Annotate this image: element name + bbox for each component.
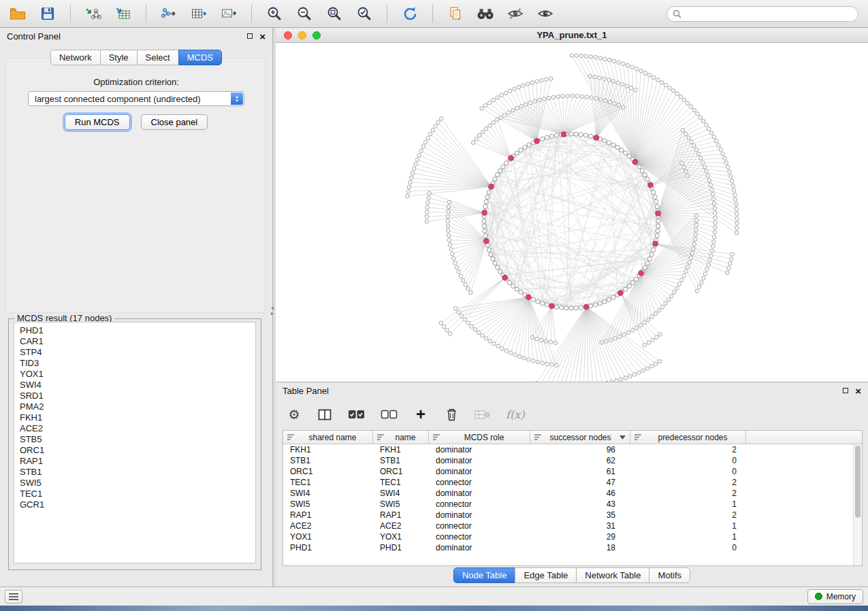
mcds-result-item[interactable]: RAP1 [20, 456, 255, 467]
float-panel-icon[interactable] [247, 33, 253, 39]
cell-successor-nodes: 31 [530, 521, 630, 531]
network-window-title: YPA_prune.txt_1 [276, 28, 868, 43]
mcds-result-item[interactable]: GCR1 [20, 499, 255, 510]
column-sort-icon [534, 434, 541, 440]
table-row[interactable]: ORC1ORC1dominator610 [283, 466, 862, 477]
save-button[interactable] [37, 3, 59, 24]
mcds-result-item[interactable]: FKH1 [20, 412, 255, 423]
task-history-button[interactable] [5, 590, 22, 604]
table-row[interactable]: FKH1FKH1dominator962 [283, 444, 862, 455]
column-header-successor-nodes[interactable]: successor nodes [530, 431, 630, 444]
splitter-collapse-icons[interactable]: ◂▸ [271, 306, 274, 316]
import-network-button[interactable] [82, 3, 104, 24]
column-header-shared-name[interactable]: shared name [283, 431, 373, 444]
mcds-result-item[interactable]: STB1 [20, 467, 255, 478]
close-panel-button[interactable]: Close panel [141, 114, 208, 130]
deselect-all-button[interactable] [381, 410, 398, 419]
column-header-predecessor-nodes[interactable]: predecessor nodes [630, 431, 746, 444]
tab-network[interactable]: Network [50, 50, 101, 65]
search-field[interactable] [666, 6, 858, 22]
table-row[interactable]: YOX1YOX1connector291 [283, 531, 862, 542]
mcds-result-item[interactable]: TEC1 [20, 489, 255, 499]
column-sort-icon [377, 434, 384, 440]
settings-gear-button[interactable]: ⚙ [287, 408, 302, 421]
tab-mcds[interactable]: MCDS [178, 50, 222, 65]
clone-document-button[interactable] [445, 3, 466, 24]
table-row[interactable]: PHD1PHD1dominator180 [283, 542, 862, 553]
delete-row-button[interactable] [444, 408, 459, 421]
tab-select[interactable]: Select [137, 50, 179, 65]
mcds-result-item[interactable]: SRD1 [20, 391, 255, 401]
table-row[interactable]: ACE2ACE2connector311 [283, 521, 862, 531]
search-input[interactable] [685, 9, 852, 18]
table-row[interactable]: SWI5SWI5connector431 [283, 499, 862, 510]
export-network-button[interactable] [158, 3, 180, 24]
window-close-icon[interactable] [284, 31, 292, 39]
mcds-result-item[interactable]: PHD1 [20, 325, 255, 336]
close-table-panel-icon[interactable]: × [855, 386, 861, 396]
zoom-in-button[interactable] [263, 3, 285, 24]
cell-shared-name: YOX1 [283, 531, 373, 542]
optimization-criterion-label: Optimization criterion: [0, 77, 272, 87]
search-binoculars-button[interactable] [475, 3, 496, 24]
mcds-result-item[interactable]: TID3 [20, 358, 255, 369]
table-scrollbar[interactable] [853, 444, 862, 565]
memory-label: Memory [826, 592, 856, 601]
zoom-in-icon [267, 6, 282, 21]
table-row[interactable]: TEC1TEC1connector472 [283, 477, 862, 488]
table-tab-network-table[interactable]: Network Table [576, 567, 649, 583]
cell-predecessor-nodes: 2 [630, 444, 746, 455]
zoom-out-button[interactable] [293, 3, 315, 24]
mcds-result-list[interactable]: PHD1CAR1STP4TID3YOX1SWI4SRD1PMA2FKH1ACE2… [14, 322, 256, 563]
zoom-fit-button[interactable] [323, 3, 345, 24]
column-header-name[interactable]: name [373, 431, 429, 444]
select-all-button[interactable] [348, 410, 365, 419]
mcds-result-item[interactable]: STP4 [20, 347, 255, 358]
table-header-row: shared namenameMCDS rolesuccessor nodesp… [283, 431, 862, 444]
mcds-result-item[interactable]: YOX1 [20, 369, 255, 380]
table-row[interactable]: STB1STB1dominator620 [283, 455, 862, 466]
run-mcds-button[interactable]: Run MCDS [65, 114, 130, 130]
table-row[interactable]: SWI4SWI4dominator462 [283, 488, 862, 499]
desktop-background-strip [0, 606, 868, 611]
network-graph[interactable] [276, 43, 868, 382]
mcds-result-item[interactable]: STB5 [20, 434, 255, 445]
clear-table-button[interactable] [475, 410, 490, 420]
open-file-button[interactable] [7, 3, 29, 24]
refresh-button[interactable] [399, 3, 421, 24]
zoom-selected-button[interactable] [353, 3, 375, 24]
import-table-button[interactable] [112, 3, 134, 24]
export-image-button[interactable] [218, 3, 240, 24]
table-tab-node-table[interactable]: Node Table [453, 567, 516, 583]
close-panel-icon[interactable]: × [259, 31, 266, 42]
optimization-criterion-select[interactable]: largest connected component (undirected)… [28, 91, 244, 106]
mcds-result-item[interactable]: ACE2 [20, 423, 255, 434]
cell-successor-nodes: 29 [530, 531, 630, 542]
tab-style[interactable]: Style [100, 50, 138, 65]
scrollbar-thumb[interactable] [855, 446, 861, 518]
export-table-button[interactable] [188, 3, 210, 24]
float-table-panel-icon[interactable] [843, 388, 848, 393]
window-maximize-icon[interactable] [312, 31, 321, 39]
add-row-button[interactable]: + [413, 408, 428, 420]
graphics-details-button[interactable] [504, 3, 526, 24]
function-builder-button[interactable]: f(x) [506, 408, 524, 421]
mcds-result-item[interactable]: ORC1 [20, 445, 255, 456]
table-tab-edge-table[interactable]: Edge Table [515, 567, 577, 583]
window-minimize-icon[interactable] [298, 31, 306, 39]
network-window-titlebar[interactable]: YPA_prune.txt_1 [276, 28, 868, 43]
mcds-result-item[interactable]: SWI5 [20, 478, 255, 489]
mcds-result-item[interactable]: SWI4 [20, 380, 255, 391]
mcds-result-item[interactable]: CAR1 [20, 336, 255, 347]
column-sort-icon [287, 434, 294, 440]
show-annotations-button[interactable] [534, 3, 556, 24]
table-row[interactable]: RAP1RAP1dominator352 [283, 510, 862, 521]
node-table: shared namenameMCDS rolesuccessor nodesp… [283, 430, 863, 566]
memory-button[interactable]: Memory [807, 589, 863, 604]
column-visibility-button[interactable] [317, 409, 332, 420]
cell-shared-name: SWI4 [283, 488, 373, 499]
column-header-MCDS-role[interactable]: MCDS role [429, 431, 530, 444]
mcds-result-item[interactable]: PMA2 [20, 401, 255, 412]
network-canvas[interactable] [276, 43, 868, 382]
table-tab-motifs[interactable]: Motifs [649, 567, 690, 583]
